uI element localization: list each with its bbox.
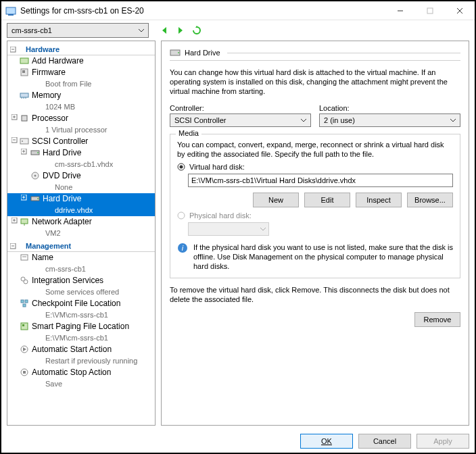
remove-button[interactable]: Remove [414, 312, 460, 327]
tree-hard-drive-2[interactable]: Hard Drive [7, 193, 155, 205]
expand-icon[interactable] [11, 218, 18, 224]
close-button[interactable] [445, 1, 475, 20]
expand-icon[interactable] [21, 149, 27, 155]
svg-point-27 [37, 152, 39, 153]
collapse-icon[interactable] [11, 137, 18, 143]
svg-rect-1 [8, 14, 14, 16]
vhd-path-input[interactable] [188, 174, 453, 187]
settings-tree[interactable]: Hardware Add Hardware Firmware Boot from… [7, 41, 156, 426]
panel-title: Hard Drive [185, 49, 220, 57]
tree-add-hardware[interactable]: Add Hardware [7, 55, 155, 67]
name-icon [20, 253, 29, 262]
new-button[interactable]: New [253, 193, 299, 207]
tree-hard-drive-1-detail: cm-ssrs-cb1.vhdx [7, 159, 155, 170]
svg-rect-46 [21, 300, 24, 303]
tree-processor[interactable]: Processor [7, 113, 155, 124]
maximize-button[interactable] [415, 1, 445, 20]
tree-auto-stop[interactable]: Automatic Stop Action [7, 367, 155, 378]
media-groupbox: Media You can compact, convert, expand, … [170, 134, 460, 278]
memory-icon [20, 91, 29, 100]
browse-button[interactable]: Browse... [407, 193, 453, 207]
tree-integration-services[interactable]: Integration Services [7, 275, 155, 286]
settings-panel: Hard Drive You can change how this virtu… [161, 41, 469, 426]
phd-radio-label: Physical hard disk: [189, 211, 252, 220]
tree-name-detail: cm-ssrs-cb1 [7, 263, 155, 275]
tree-network-detail: VM2 [7, 228, 155, 239]
tree-hard-drive-1[interactable]: Hard Drive [7, 147, 155, 159]
controller-label: Controller: [170, 104, 311, 112]
tree-firmware[interactable]: Firmware [7, 67, 155, 78]
tree-scsi-controller[interactable]: SCSI Controller [7, 136, 155, 147]
collapse-icon [10, 243, 16, 249]
svg-point-45 [24, 280, 28, 284]
smart-paging-icon [20, 322, 29, 331]
tree-memory-detail: 1024 MB [7, 101, 155, 113]
management-section-header[interactable]: Management [7, 239, 155, 252]
svg-rect-38 [21, 219, 28, 224]
svg-point-22 [22, 141, 23, 142]
tree-network-adapter[interactable]: Network Adapter [7, 216, 155, 228]
vm-selector-dropdown[interactable]: cm-ssrs-cb1 [7, 23, 149, 38]
hard-drive-icon [30, 148, 40, 157]
controller-dropdown[interactable]: SCSI Controller [170, 114, 311, 127]
nav-next-icon[interactable] [174, 24, 187, 36]
svg-rect-21 [20, 138, 28, 144]
svg-rect-18 [22, 116, 27, 121]
radio-unselected-icon [177, 211, 185, 220]
svg-point-29 [34, 175, 37, 177]
cancel-button[interactable]: Cancel [358, 434, 411, 449]
tree-integration-detail: Some services offered [7, 286, 155, 298]
collapse-icon [10, 47, 16, 53]
toolbar: cm-ssrs-cb1 [1, 20, 475, 41]
inspect-button[interactable]: Inspect [356, 193, 402, 207]
expand-icon[interactable] [21, 195, 27, 201]
network-icon [20, 217, 29, 226]
svg-point-57 [180, 166, 183, 169]
edit-button[interactable]: Edit [304, 193, 350, 207]
chevron-down-icon [450, 118, 456, 123]
auto-start-icon [20, 345, 29, 354]
radio-selected-icon [177, 163, 185, 171]
minimize-button[interactable] [385, 1, 415, 20]
expand-icon[interactable] [11, 114, 18, 120]
nav-prev-icon[interactable] [158, 24, 170, 36]
svg-rect-8 [20, 58, 28, 64]
vhd-radio-row[interactable]: Virtual hard disk: [177, 163, 453, 171]
vhd-radio-label: Virtual hard disk: [189, 163, 245, 171]
tree-dvd-drive[interactable]: DVD Drive [7, 170, 155, 182]
hardware-section-header[interactable]: Hardware [7, 43, 155, 55]
tree-auto-start-detail: Restart if previously running [7, 355, 155, 367]
chevron-down-icon [301, 118, 306, 123]
tree-smart-paging-location[interactable]: Smart Paging File Location [7, 321, 155, 332]
ok-button[interactable]: OK [300, 434, 353, 449]
tree-memory[interactable]: Memory [7, 90, 155, 101]
scsi-icon [20, 136, 29, 146]
integration-icon [20, 276, 29, 285]
vm-selector-value: cm-ssrs-cb1 [11, 26, 52, 34]
location-dropdown[interactable]: 2 (in use) [319, 114, 460, 127]
tree-auto-stop-detail: Save [7, 378, 155, 390]
phd-radio-row: Physical hard disk: [177, 211, 453, 220]
apply-button: Apply [416, 434, 469, 449]
tree-auto-start[interactable]: Automatic Start Action [7, 344, 155, 355]
window-title: Settings for cm-ssrs-cb1 on ES-20 [20, 6, 385, 16]
nav-refresh-icon[interactable] [191, 24, 203, 36]
info-icon: i [177, 243, 188, 253]
auto-stop-icon [20, 368, 29, 377]
info-text: If the physical hard disk you want to us… [193, 243, 453, 271]
firmware-icon [20, 68, 29, 77]
controller-value: SCSI Controller [174, 116, 226, 124]
tree-firmware-detail: Boot from File [7, 78, 155, 90]
tree-hard-drive-2-detail: ddrive.vhdx [7, 205, 155, 216]
location-label: Location: [319, 104, 460, 112]
svg-rect-11 [20, 93, 28, 97]
svg-point-34 [37, 198, 39, 199]
tree-checkpoint-location[interactable]: Checkpoint File Location [7, 298, 155, 309]
add-hardware-icon [20, 56, 29, 66]
svg-rect-3 [427, 8, 433, 14]
svg-point-55 [178, 52, 179, 53]
svg-rect-50 [22, 324, 24, 326]
tree-name[interactable]: Name [7, 252, 155, 263]
svg-rect-10 [22, 70, 25, 73]
svg-point-58 [178, 212, 185, 219]
